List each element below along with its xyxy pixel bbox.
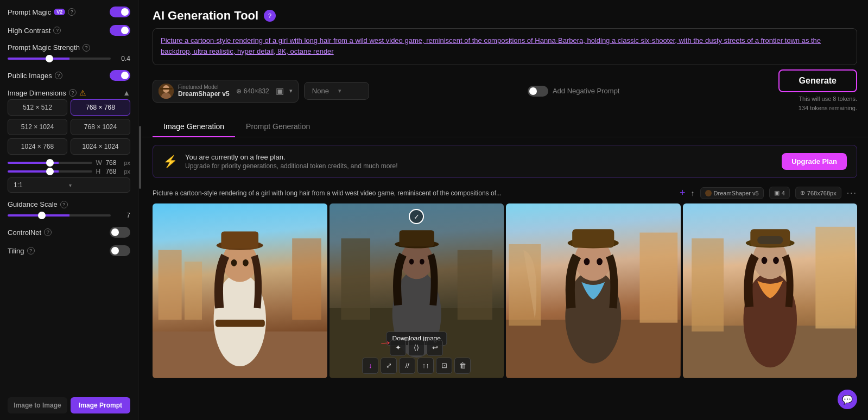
prompt-textarea[interactable]: Picture a cartoon-style rendering of a g… [153, 28, 857, 65]
add-icon[interactable]: + [680, 187, 686, 199]
image-dimensions-label: Image Dimensions ? ⚠ [8, 88, 86, 97]
sidebar: Prompt Magic V2 ? High Contrast ? Prompt… [0, 0, 138, 420]
dim-512x512[interactable]: 512 × 512 [8, 99, 67, 116]
dim-768x768[interactable]: 768 × 768 [71, 99, 130, 116]
svg-rect-12 [221, 231, 258, 249]
token-remaining-label: 134 tokens remaining. [799, 104, 857, 113]
svg-point-43 [773, 257, 779, 264]
dimensions-collapse-icon[interactable]: ▲ [123, 88, 130, 97]
model-chevron-icon: ▾ [289, 87, 293, 94]
tiling-help-icon[interactable]: ? [27, 247, 35, 254]
controlnet-label: ControlNet ? [8, 228, 52, 237]
image-4-bg [683, 203, 858, 378]
gen-dims-info: ⊕ 768x768px [795, 187, 841, 199]
upload-icon[interactable]: ↑ [691, 189, 695, 198]
model-panel-icon[interactable]: ▣ [276, 86, 284, 96]
gen-model-label: DreamShaper v5 [714, 190, 759, 196]
high-contrast-toggle[interactable] [110, 25, 130, 36]
model-selector[interactable]: Finetuned Model DreamShaper v5 ⊕ 640×832… [153, 80, 299, 103]
dim-1024x1024[interactable]: 1024 × 1024 [71, 138, 130, 155]
crop-icon[interactable]: ⊡ [436, 358, 452, 374]
banner-subtitle: Upgrade for priority generations, additi… [185, 162, 774, 170]
gen-dims-value: 768x768px [807, 190, 837, 196]
topbar: AI Generation Tool ? [142, 0, 868, 23]
svg-rect-35 [692, 238, 724, 331]
chat-bubble[interactable]: 💬 [838, 390, 857, 409]
width-slider-row: W 768 px [8, 159, 130, 167]
aspect-ratio-select[interactable]: 1:1 ▾ [8, 177, 130, 193]
dim-512x1024[interactable]: 512 × 1024 [8, 119, 67, 135]
upscale-icon[interactable]: ↑↑ [417, 358, 434, 374]
upgrade-button[interactable]: Upgrade Plan [782, 153, 847, 170]
tiling-toggle[interactable] [110, 245, 130, 256]
more-options-icon[interactable]: ··· [847, 188, 857, 198]
neg-prompt-label: Add Negative Prompt [553, 87, 620, 95]
model-name-label: DreamShaper v5 [178, 90, 230, 98]
generate-button[interactable]: Generate [778, 69, 857, 92]
strength-slider[interactable] [8, 58, 111, 60]
image-cell-2[interactable]: ✓ Download image → ✦ ⟨⟩ ↩ ↓ ⤢ // ↑↑ ⊡ [330, 203, 504, 378]
generate-area: Generate This will use 8 tokens. 134 tok… [778, 69, 857, 112]
image-grid: ✓ Download image → ✦ ⟨⟩ ↩ ↓ ⤢ // ↑↑ ⊡ [142, 203, 868, 420]
dim-1024x768[interactable]: 1024 × 768 [8, 138, 67, 155]
tab-image-generation[interactable]: Image Generation [153, 118, 235, 137]
image-to-image-button[interactable]: Image to Image [8, 397, 67, 413]
prompt-magic-row: Prompt Magic V2 ? [8, 7, 130, 17]
dim-768x1024[interactable]: 768 × 1024 [71, 119, 130, 135]
svg-rect-4 [705, 190, 712, 196]
height-slider-row: H 768 px [8, 168, 130, 175]
title-help-icon[interactable]: ? [264, 10, 276, 22]
free-plan-banner: ⚡ You are currently on a free plan. Upgr… [153, 145, 857, 178]
controlnet-row: ControlNet ? [8, 227, 130, 238]
height-slider[interactable] [8, 170, 92, 173]
svg-point-32 [584, 258, 590, 265]
style-label: None [312, 87, 335, 95]
high-contrast-help-icon[interactable]: ? [53, 27, 61, 34]
controlnet-help-icon[interactable]: ? [44, 228, 52, 236]
download-icon[interactable]: ↓ [362, 358, 378, 374]
svg-rect-27 [639, 233, 677, 323]
action-row-1: ✦ ⟨⟩ ↩ [390, 340, 443, 356]
h-label: H [96, 168, 102, 175]
guidance-slider[interactable] [8, 214, 111, 217]
image-1-bg [153, 203, 327, 378]
guidance-scale-help-icon[interactable]: ? [60, 201, 68, 208]
expand-icon[interactable]: ⤢ [381, 358, 397, 374]
image-cell-3 [506, 203, 681, 378]
controlnet-toggle[interactable] [110, 227, 130, 238]
guidance-slider-row: 7 [8, 212, 130, 219]
width-slider[interactable] [8, 162, 92, 164]
neg-prompt-toggle[interactable] [528, 86, 548, 97]
style-selector[interactable]: None ▾ [304, 82, 369, 100]
image-dimensions-section: Image Dimensions ? ⚠ ▲ 512 × 512 768 × 7… [8, 88, 130, 193]
prompt-magic-help-icon[interactable]: ? [68, 8, 75, 16]
page-title: AI Generation Tool [153, 9, 258, 23]
token-info: This will use 8 tokens. 134 tokens remai… [799, 94, 857, 112]
image-prompt-button[interactable]: Image Prompt [71, 397, 130, 413]
v2-badge: V2 [54, 9, 65, 15]
sidebar-scrollbar[interactable] [138, 0, 142, 420]
token-use-label: This will use 8 tokens. [799, 94, 857, 104]
warning-icon: ⚠ [79, 88, 86, 97]
image-2-check[interactable]: ✓ [409, 209, 424, 224]
slash-icon[interactable]: // [399, 358, 415, 374]
tab-prompt-generation[interactable]: Prompt Generation [235, 118, 321, 137]
image-dimensions-help-icon[interactable]: ? [69, 89, 77, 97]
model-type-label: Finetuned Model [178, 84, 230, 90]
gen-count-value: 4 [782, 190, 785, 196]
reuse-icon[interactable]: ↩ [427, 340, 443, 356]
transform-icon[interactable]: ⟨⟩ [408, 340, 425, 356]
prompt-magic-label: Prompt Magic V2 ? [8, 8, 75, 16]
image-3-bg [506, 203, 681, 378]
cowgirl-svg-4 [683, 203, 858, 378]
svg-point-14 [243, 259, 249, 266]
w-label: W [96, 159, 102, 167]
public-images-help-icon[interactable]: ? [55, 72, 62, 79]
model-dims-value: 640×832 [244, 87, 269, 95]
delete-icon[interactable]: 🗑 [454, 358, 471, 374]
public-images-toggle[interactable] [110, 70, 130, 81]
style-chevron-icon: ▾ [338, 87, 361, 94]
prompt-magic-toggle[interactable] [110, 7, 130, 17]
prompt-strength-help-icon[interactable]: ? [83, 44, 90, 52]
scrollbar-thumb[interactable] [139, 126, 141, 189]
